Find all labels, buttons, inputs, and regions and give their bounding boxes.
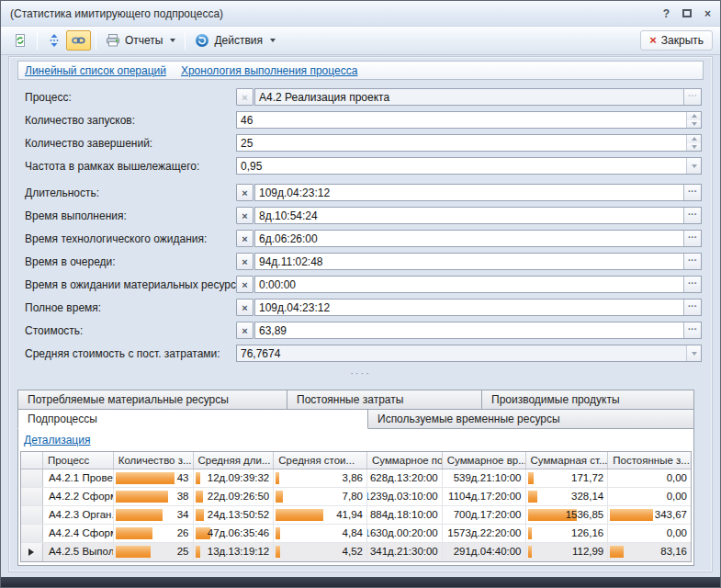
header-fixed-costs[interactable]: Постоянные з... bbox=[608, 452, 691, 469]
full-time-field[interactable]: 109д.04:23:12 ··· bbox=[254, 299, 702, 316]
window-close-icon[interactable]: × bbox=[704, 8, 711, 19]
fit-rows-button[interactable] bbox=[42, 30, 66, 51]
data-bar bbox=[528, 472, 534, 484]
tab-material-resources[interactable]: Потребляемые материальные ресурсы bbox=[17, 390, 287, 410]
tech-wait-field[interactable]: 6д.06:26:00 ··· bbox=[254, 230, 702, 247]
tab-strip-top: Потребляемые материальные ресурсы Постоя… bbox=[17, 390, 694, 410]
row-selector[interactable] bbox=[21, 488, 43, 505]
form-row-tech-wait: Время технологического ожидания: × 6д.06… bbox=[17, 230, 702, 247]
header-avg-cost[interactable]: Средняя стои... bbox=[274, 452, 367, 469]
form-row-full-time: Полное время: × 109д.04:23:12 ··· bbox=[17, 299, 702, 316]
clear-field-button[interactable]: × bbox=[236, 253, 253, 270]
title-bar: (Статистика имитирующего подпроцесса) ? … bbox=[1, 1, 720, 27]
row-selector[interactable] bbox=[21, 469, 43, 487]
tab-time-resources[interactable]: Используемые временные ресурсы bbox=[368, 409, 694, 429]
vertical-fit-icon bbox=[47, 33, 62, 48]
row-selector[interactable] bbox=[21, 525, 43, 542]
table-row[interactable]: A4.2.4 Сформ... 26 47д.06:35:46 4,84 163… bbox=[21, 525, 691, 543]
tab-products[interactable]: Производимые продукты bbox=[482, 390, 694, 410]
cell-total-time: 539д.21:10:00 bbox=[443, 469, 526, 487]
cell-fixed-cost: 0,00 bbox=[608, 469, 691, 487]
splitter-handle[interactable]: ···· bbox=[17, 368, 704, 380]
clear-field-button[interactable]: × bbox=[236, 184, 253, 201]
chain-link-icon bbox=[71, 33, 86, 48]
frequency-field[interactable]: 0,95 bbox=[236, 157, 702, 175]
field-value: 46 bbox=[237, 114, 686, 127]
row-selector[interactable] bbox=[21, 506, 43, 524]
tab-fixed-costs[interactable]: Постоянные затраты bbox=[287, 390, 482, 410]
close-button[interactable]: × Закрыть bbox=[640, 30, 713, 51]
help-icon[interactable]: ? bbox=[663, 8, 670, 19]
reports-button[interactable]: Отчеты bbox=[101, 30, 180, 51]
detail-link[interactable]: Детализация bbox=[24, 434, 90, 447]
table-row[interactable]: A4.2.1 Прове... 43 12д.09:39:32 3,86 628… bbox=[21, 469, 691, 488]
field-label: Время в очереди: bbox=[25, 255, 236, 268]
table-row[interactable]: A4.2.2 Сформ... 38 22д.09:26:50 7,80 123… bbox=[21, 488, 691, 506]
cell-total-cost: 1536,85 bbox=[526, 506, 609, 524]
linear-operations-link[interactable]: Линейный список операций bbox=[25, 64, 166, 77]
header-total-full[interactable]: Суммарное по... bbox=[367, 452, 443, 469]
field-value: 109д.04:23:12 bbox=[255, 187, 683, 199]
cell-avg-cost: 3,86 bbox=[274, 469, 367, 487]
field-value: 8д.10:54:24 bbox=[255, 209, 683, 222]
ellipsis-button[interactable]: ··· bbox=[683, 277, 701, 292]
data-bar bbox=[610, 509, 653, 521]
duration-field[interactable]: 109д.04:23:12 ··· bbox=[254, 184, 702, 201]
tab-subprocesses[interactable]: Подпроцессы bbox=[17, 409, 368, 429]
table-row-selected[interactable]: A4.2.5 Выпол... 25 13д.13:19:12 4,52 341… bbox=[21, 543, 691, 561]
ellipsis-button[interactable]: ··· bbox=[683, 322, 701, 338]
dropdown-arrow-icon bbox=[686, 158, 701, 174]
clear-field-button[interactable]: × bbox=[236, 322, 253, 339]
cell-total-full: 884д.18:10:00 bbox=[367, 506, 443, 524]
exec-time-field[interactable]: 8д.10:54:24 ··· bbox=[254, 207, 702, 224]
field-value: 63,89 bbox=[255, 324, 683, 337]
form-row-exec-time: Время выполнения: × 8д.10:54:24 ··· bbox=[17, 207, 702, 224]
form-row-avg-cost-fixed: Средняя стоимость с пост. затратами: 76,… bbox=[17, 345, 702, 362]
link-mode-button[interactable] bbox=[66, 30, 91, 51]
completion-count-field[interactable]: 25 bbox=[236, 134, 702, 152]
refresh-icon bbox=[13, 33, 28, 48]
maximize-icon[interactable] bbox=[682, 9, 692, 17]
form-row-duration: Длительность: × 109д.04:23:12 ··· bbox=[17, 184, 702, 201]
header-avg-duration[interactable]: Средняя дли... bbox=[194, 452, 275, 469]
clear-field-button[interactable]: × bbox=[236, 207, 253, 224]
ellipsis-button[interactable]: ··· bbox=[683, 231, 701, 246]
row-selector-current[interactable] bbox=[21, 543, 43, 561]
ellipsis-button[interactable]: ··· bbox=[683, 300, 701, 315]
material-wait-field[interactable]: 0:00:00 ··· bbox=[254, 276, 702, 293]
form-row-launch-count: Количество запусков: 46 bbox=[17, 111, 702, 129]
clear-field-button[interactable]: × bbox=[236, 230, 253, 247]
clear-field-button[interactable]: × bbox=[236, 299, 253, 316]
launch-count-field[interactable]: 46 bbox=[236, 111, 702, 129]
ellipsis-button[interactable]: ··· bbox=[683, 185, 701, 200]
field-label: Длительность: bbox=[25, 187, 236, 199]
cell-total-full: 628д.13:20:00 bbox=[367, 469, 443, 487]
cell-total-cost: 112,99 bbox=[526, 543, 609, 561]
process-field: A4.2 Реализация проекта ··· bbox=[254, 88, 702, 106]
ellipsis-button[interactable]: ··· bbox=[683, 254, 701, 269]
process-chronology-link[interactable]: Хронология выполнения процесса bbox=[181, 64, 357, 77]
cell-total-time: 1104д.17:20:00 bbox=[443, 488, 526, 505]
ellipsis-button[interactable]: ··· bbox=[683, 208, 701, 223]
table-row[interactable]: A4.2.3 Орган... 34 24д.13:50:52 41,94 88… bbox=[21, 506, 691, 525]
cell-fixed-cost: 83,16 bbox=[608, 543, 691, 561]
cost-field[interactable]: 63,89 ··· bbox=[254, 322, 702, 339]
header-count[interactable]: Количество з... bbox=[114, 452, 194, 469]
actions-button[interactable]: Действия bbox=[190, 30, 280, 51]
cell-total-time: 700д.17:20:00 bbox=[443, 506, 526, 524]
field-value: 109д.04:23:12 bbox=[255, 301, 683, 314]
cell-avg-cost: 4,84 bbox=[274, 525, 367, 542]
toolbar-separator bbox=[37, 31, 38, 50]
cell-avg-duration: 22д.09:26:50 bbox=[194, 488, 275, 505]
data-bar bbox=[276, 472, 279, 484]
cell-avg-duration: 47д.06:35:46 bbox=[194, 525, 275, 542]
header-total-time[interactable]: Суммарное вр... bbox=[443, 452, 526, 469]
refresh-button[interactable] bbox=[8, 30, 32, 51]
data-bar bbox=[276, 491, 283, 503]
clear-field-button[interactable]: × bbox=[236, 276, 253, 293]
data-bar bbox=[276, 509, 323, 521]
queue-time-field[interactable]: 94д.11:02:48 ··· bbox=[254, 253, 702, 270]
header-process[interactable]: Процесс bbox=[43, 452, 114, 469]
cell-count: 25 bbox=[114, 543, 194, 561]
header-total-cost[interactable]: Суммарная ст... bbox=[526, 452, 609, 469]
